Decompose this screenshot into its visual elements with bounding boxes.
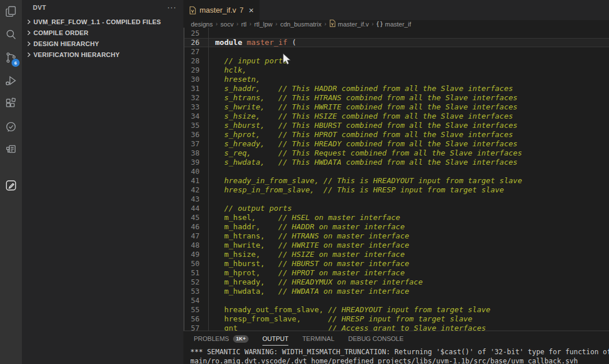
line-content: m_haddr, // HADDR on master interface [200, 222, 405, 232]
line-number[interactable]: 51 [183, 268, 200, 278]
code-line-51[interactable]: 51 m_hprot, // HPROT on master interface [183, 268, 609, 278]
search-icon[interactable] [0, 23, 22, 46]
line-number[interactable]: 45 [183, 213, 200, 222]
code-editor[interactable]: 2526module master_if (2728 // input port… [183, 28, 609, 331]
line-number[interactable]: 29 [183, 66, 200, 75]
line-number[interactable]: 27 [183, 47, 200, 56]
sidebar-section-verification-hierarchy[interactable]: VERIFICATION HIERARCHY [22, 49, 183, 60]
panel-tab-terminal[interactable]: TERMINAL [302, 331, 334, 346]
code-line-40[interactable]: 40 [183, 167, 609, 176]
line-number[interactable]: 38 [183, 149, 200, 158]
code-line-36[interactable]: 36 s_hprot, // This HPROT combined from … [183, 130, 609, 139]
code-line-52[interactable]: 52 m_hready, // HREADYMUX on master inte… [183, 278, 609, 287]
code-line-53[interactable]: 53 m_hwdata, // HWDATA on master interfa… [183, 287, 609, 296]
explorer-icon[interactable] [0, 0, 22, 23]
more-actions-icon[interactable]: ··· [167, 5, 176, 10]
code-line-55[interactable]: 55 hready_out_from_slave, // HREADYOUT i… [183, 305, 609, 314]
code-line-48[interactable]: 48 m_hwrite, // HWRITE on master interfa… [183, 241, 609, 250]
line-number[interactable]: 49 [183, 250, 200, 259]
code-line-33[interactable]: 33 s_hwrite, // This HWRITE combined fro… [183, 103, 609, 112]
code-line-38[interactable]: 38 s_req, // This Request combined from … [183, 149, 609, 158]
tab-master-if[interactable]: master_if.v 7 × [183, 0, 260, 20]
line-number[interactable]: 57 [183, 324, 200, 331]
code-line-44[interactable]: 44 // output ports [183, 204, 609, 213]
extensions-icon[interactable] [0, 92, 22, 115]
code-line-31[interactable]: 31 s_haddr, // This HADDR combined from … [183, 84, 609, 93]
code-line-27[interactable]: 27 [183, 47, 609, 56]
line-number[interactable]: 44 [183, 204, 200, 213]
code-line-57[interactable]: 57 gnt // Access grant to Slave interfac… [183, 324, 609, 331]
line-number[interactable]: 55 [183, 305, 200, 314]
sidebar-section-compile-order[interactable]: COMPILE ORDER [22, 27, 183, 38]
code-line-41[interactable]: 41 hready_in_from_slave, // This is HREA… [183, 176, 609, 185]
code-line-45[interactable]: 45 m_hsel, // HSEL on master interface [183, 213, 609, 222]
line-number[interactable]: 37 [183, 139, 200, 149]
code-line-34[interactable]: 34 s_hsize, // This HSIZE combined from … [183, 112, 609, 121]
line-number[interactable]: 26 [183, 38, 200, 47]
breadcrumb-item-rtl[interactable]: rtl [241, 21, 246, 28]
line-number[interactable]: 47 [183, 232, 200, 241]
close-icon[interactable]: × [249, 7, 254, 14]
line-number[interactable]: 40 [183, 167, 200, 176]
code-line-37[interactable]: 37 s_hready, // This HREADY combined fro… [183, 139, 609, 149]
line-number[interactable]: 36 [183, 130, 200, 139]
breadcrumb-item-master_if[interactable]: { }master_if [377, 21, 411, 28]
dvt-icon[interactable] [0, 174, 22, 197]
tab-bar: master_if.v 7 × [183, 0, 609, 20]
code-line-43[interactable]: 43 [183, 195, 609, 204]
line-number[interactable]: 48 [183, 241, 200, 250]
dvt-hierarchy-icon[interactable] [0, 138, 22, 161]
line-content [200, 167, 215, 176]
code-line-32[interactable]: 32 s_htrans, // This HTRANS combined fro… [183, 93, 609, 103]
breadcrumb-item-master_if.v[interactable]: master_if.v [329, 20, 369, 28]
breadcrumb-label: socv [220, 21, 234, 28]
line-number[interactable]: 43 [183, 195, 200, 204]
line-number[interactable]: 53 [183, 287, 200, 296]
line-number[interactable]: 52 [183, 278, 200, 287]
line-number[interactable]: 35 [183, 121, 200, 130]
line-number[interactable]: 56 [183, 314, 200, 324]
sidebar-section-uvm-ref-flow-1-1-compiled-files[interactable]: UVM_REF_FLOW_1.1 - COMPILED FILES [22, 16, 183, 27]
line-number[interactable]: 30 [183, 75, 200, 84]
line-number[interactable]: 42 [183, 185, 200, 195]
line-number[interactable]: 54 [183, 296, 200, 305]
code-line-26[interactable]: 26module master_if ( [183, 38, 609, 47]
breadcrumb-item-cdn_busmatrix[interactable]: cdn_busmatrix [280, 21, 322, 28]
line-number[interactable]: 50 [183, 259, 200, 268]
output-console[interactable]: *** SEMANTIC WARNING: WIDTH_MISMATCH_TRU… [183, 346, 609, 364]
panel-tab-problems[interactable]: PROBLEMS1K+ [194, 331, 249, 346]
breadcrumb-item-socv[interactable]: socv [220, 21, 234, 28]
code-line-56[interactable]: 56 hresp_from_slave, // HRESP input from… [183, 314, 609, 324]
line-number[interactable]: 46 [183, 222, 200, 232]
line-number[interactable]: 31 [183, 84, 200, 93]
sidebar-section-design-hierarchy[interactable]: DESIGN HIERARCHY [22, 38, 183, 49]
line-number[interactable]: 33 [183, 103, 200, 112]
run-debug-icon[interactable] [0, 69, 22, 92]
code-line-47[interactable]: 47 m_htrans, // HTRANS on master interfa… [183, 232, 609, 241]
code-line-29[interactable]: 29 hclk, [183, 66, 609, 75]
panel-tab-output[interactable]: OUTPUT [262, 331, 288, 346]
code-line-49[interactable]: 49 m_hsize, // HSIZE on master interface [183, 250, 609, 259]
code-line-25[interactable]: 25 [183, 29, 609, 38]
code-line-35[interactable]: 35 s_hburst, // This HBURST combined fro… [183, 121, 609, 130]
code-line-28[interactable]: 28 // input ports [183, 56, 609, 66]
line-number[interactable]: 39 [183, 158, 200, 167]
source-control-icon[interactable]: 6 [0, 46, 22, 69]
code-line-50[interactable]: 50 m_hburst, // HBURST on master interfa… [183, 259, 609, 268]
line-number[interactable]: 41 [183, 176, 200, 185]
panel-tab-debug-console[interactable]: DEBUG CONSOLE [348, 331, 404, 346]
code-line-30[interactable]: 30 hresetn, [183, 75, 609, 84]
code-line-46[interactable]: 46 m_haddr, // HADDR on master interface [183, 222, 609, 232]
line-number[interactable]: 34 [183, 112, 200, 121]
line-number[interactable]: 25 [183, 29, 200, 38]
code-line-54[interactable]: 54 [183, 296, 609, 305]
line-number[interactable]: 28 [183, 56, 200, 66]
line-content: m_hsel, // HSEL on master interface [200, 213, 400, 222]
breadcrumb-item-designs[interactable]: designs [191, 21, 213, 28]
code-line-42[interactable]: 42 hresp_in_from_slave, // This is HRESP… [183, 185, 609, 195]
breadcrumb-item-rtl_lpw[interactable]: rtl_lpw [254, 21, 273, 28]
problems-count-badge: 1K+ [233, 335, 249, 343]
verification-check-icon[interactable] [0, 115, 22, 138]
code-line-39[interactable]: 39 s_hwdata, // This HWDATA combined fro… [183, 158, 609, 167]
line-number[interactable]: 32 [183, 93, 200, 103]
